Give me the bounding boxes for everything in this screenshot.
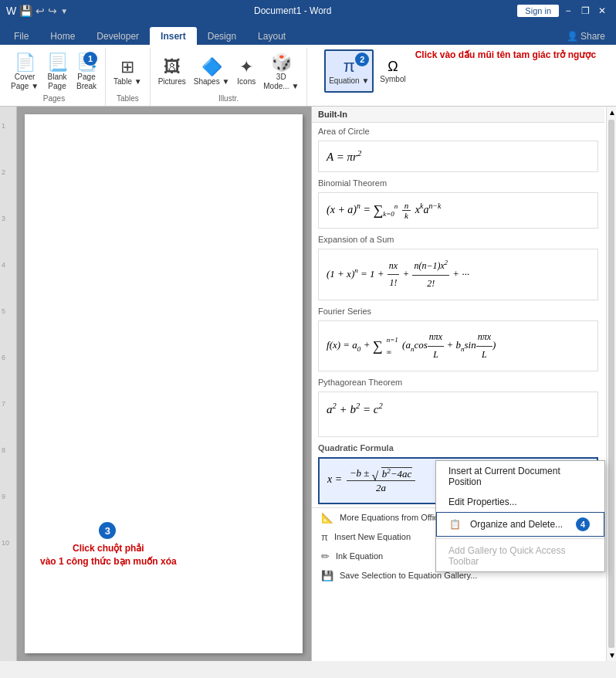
- scroll-thumb[interactable]: [608, 120, 614, 648]
- ruler-3: 3: [2, 215, 5, 222]
- page-break-button[interactable]: 📑 PageBreak 1: [73, 50, 100, 93]
- window-controls: Sign in − ❐ ✕: [517, 3, 610, 19]
- context-add-gallery[interactable]: Add Gallery to Quick Access Toolbar: [436, 541, 604, 571]
- main-area: 1 2 3 4 5 6 7 8 9 10 3 Click chuột phảiv…: [0, 107, 616, 661]
- ribbon: 📄 CoverPage ▼ 📃 BlankPage 📑 PageBreak 1 …: [0, 45, 616, 107]
- scroll-up-button[interactable]: ▲: [607, 107, 616, 118]
- share-button[interactable]: 👤Share: [559, 27, 613, 45]
- ruler-7: 7: [2, 400, 5, 408]
- minimize-button[interactable]: −: [560, 3, 576, 19]
- ribbon-tab-bar: File Home Developer Insert Design Layout…: [0, 22, 616, 45]
- tab-design[interactable]: Design: [197, 27, 247, 45]
- context-organize-delete[interactable]: 📋 Organize and Delete... 4: [436, 512, 604, 537]
- shapes-icon: 🔷: [201, 57, 222, 77]
- blank-page-button[interactable]: 📃 BlankPage: [43, 50, 71, 93]
- document-page: [25, 114, 303, 653]
- equation-gallery: ▲ ▼ Built-In Area of Circle A = πr2 Bino…: [311, 107, 616, 661]
- area-circle-label: Area of Circle: [312, 123, 604, 138]
- illustrations-buttons: 🖼 Pictures 🔷 Shapes ▼ ✦ Icons 🎲 3DMode..…: [155, 49, 303, 94]
- instruction1-container: Click vào dấu mũi tên tam giác trở ngược: [415, 49, 596, 60]
- redo-icon[interactable]: ↪: [48, 5, 57, 17]
- table-label: Table ▼: [113, 77, 142, 86]
- restore-button[interactable]: ❐: [577, 3, 593, 19]
- more-equations-icon: 📐: [321, 512, 333, 524]
- step2-badge: 2: [355, 53, 369, 66]
- icons-label: Icons: [237, 77, 256, 86]
- binomial-label: Binomial Theorem: [312, 175, 604, 190]
- symbol-button[interactable]: Ω Symbol: [377, 49, 408, 93]
- step3-badge: 3: [99, 522, 116, 539]
- fourier-label: Fourier Series: [312, 303, 604, 318]
- pythagorean-label: Pythagorean Theorem: [312, 374, 604, 389]
- ruler-6: 6: [2, 354, 5, 361]
- scroll-down-button[interactable]: ▼: [607, 649, 616, 661]
- context-menu: Insert at Current Document Position Edit…: [435, 460, 605, 572]
- pythagorean-formula: a2 + b2 = c2: [327, 397, 590, 432]
- context-edit-properties[interactable]: Edit Properties...: [436, 492, 604, 512]
- context-organize-label: Organize and Delete...: [470, 519, 563, 530]
- blank-page-icon: 📃: [47, 53, 68, 73]
- ruler-10: 10: [2, 539, 9, 547]
- undo-icon[interactable]: ↩: [36, 5, 45, 17]
- page-break-label: PageBreak: [76, 73, 96, 91]
- equation-icon: π: [344, 56, 355, 76]
- ruler-5: 5: [2, 307, 5, 315]
- context-insert-label: Insert at Current Document Position: [448, 466, 592, 487]
- tab-home[interactable]: Home: [39, 27, 86, 45]
- binomial-formula: (x + a)n = ∑k=0n n k xkan−k: [327, 198, 590, 223]
- equation-button[interactable]: π Equation ▼ 2: [324, 49, 374, 93]
- ribbon-group-pages: 📄 CoverPage ▼ 📃 BlankPage 📑 PageBreak 1 …: [3, 48, 106, 106]
- organize-icon: 📋: [449, 519, 461, 530]
- context-add-label: Add Gallery to Quick Access Toolbar: [448, 545, 592, 567]
- equation-binomial[interactable]: (x + a)n = ∑k=0n n k xkan−k: [318, 192, 598, 229]
- pages-buttons: 📄 CoverPage ▼ 📃 BlankPage 📑 PageBreak 1: [8, 49, 100, 94]
- ruler-2: 2: [2, 168, 5, 176]
- blank-page-label: BlankPage: [48, 73, 67, 91]
- 3d-models-button[interactable]: 🎲 3DMode... ▼: [260, 50, 302, 93]
- equation-pythagorean[interactable]: a2 + b2 = c2: [318, 392, 598, 437]
- 3d-models-label: 3DMode... ▼: [263, 73, 299, 91]
- ink-equation-icon: ✏: [321, 551, 330, 562]
- tab-developer[interactable]: Developer: [86, 27, 150, 45]
- close-button[interactable]: ✕: [594, 3, 610, 19]
- equation-fourier[interactable]: f(x) = a0 + ∑ n=1 ∞ (ancos nπx L + bnsin…: [318, 320, 598, 371]
- ribbon-group-equation: π Equation ▼ 2 Ω Symbol Click vào dấu mũ…: [307, 48, 613, 106]
- area-circle-formula: A = πr2: [327, 146, 590, 167]
- tab-layout[interactable]: Layout: [247, 27, 296, 45]
- equation-expansion[interactable]: (1 + x)n = 1 + nx 1! + n(n−1)x2 2! + ···: [318, 249, 598, 300]
- context-edit-label: Edit Properties...: [448, 497, 517, 507]
- table-icon: ⊞: [120, 57, 134, 77]
- tables-buttons: ⊞ Table ▼: [110, 49, 145, 94]
- symbol-icon: Ω: [388, 59, 398, 75]
- context-insert-position[interactable]: Insert at Current Document Position: [436, 461, 604, 492]
- left-ruler: 1 2 3 4 5 6 7 8 9 10: [0, 107, 17, 661]
- tab-insert[interactable]: Insert: [150, 27, 197, 45]
- illustrations-group-label: Illustr.: [218, 94, 239, 104]
- title-bar: W 💾 ↩ ↪ ▼ Document1 - Word Sign in − ❐ ✕: [0, 0, 616, 22]
- symbol-label: Symbol: [380, 75, 405, 84]
- pictures-button[interactable]: 🖼 Pictures: [155, 50, 189, 93]
- instruction1-text: Click vào dấu mũi tên tam giác trở ngược: [415, 49, 596, 60]
- cover-page-button[interactable]: 📄 CoverPage ▼: [8, 50, 42, 93]
- icons-button[interactable]: ✦ Icons: [234, 50, 259, 93]
- tables-group-label: Tables: [117, 94, 139, 104]
- 3d-models-icon: 🎲: [271, 53, 292, 73]
- ink-equation-label: Ink Equation: [336, 551, 383, 561]
- quick-save-icon[interactable]: 💾: [19, 5, 32, 17]
- shapes-label: Shapes ▼: [194, 77, 230, 86]
- ruler-9: 9: [2, 493, 5, 500]
- expansion-label: Expansion of a Sum: [312, 231, 604, 246]
- insert-equation-label: Insert New Equation: [334, 532, 411, 541]
- instruction3-text: Click chuột phảivào 1 công thức bạn muốn…: [40, 543, 177, 567]
- pages-group-label: Pages: [43, 94, 65, 104]
- ribbon-group-illustrations: 🖼 Pictures 🔷 Shapes ▼ ✦ Icons 🎲 3DMode..…: [151, 48, 308, 106]
- document-title: Document1 - Word: [68, 5, 517, 16]
- table-button[interactable]: ⊞ Table ▼: [110, 50, 145, 93]
- gallery-scroll-area[interactable]: Built-In Area of Circle A = πr2 Binomial…: [312, 107, 616, 661]
- shapes-button[interactable]: 🔷 Shapes ▼: [191, 50, 233, 93]
- tab-file[interactable]: File: [3, 27, 39, 45]
- customize-icon[interactable]: ▼: [60, 7, 68, 15]
- equation-area-circle[interactable]: A = πr2: [318, 141, 598, 172]
- pictures-icon: 🖼: [164, 57, 181, 77]
- sign-in-button[interactable]: Sign in: [517, 5, 559, 17]
